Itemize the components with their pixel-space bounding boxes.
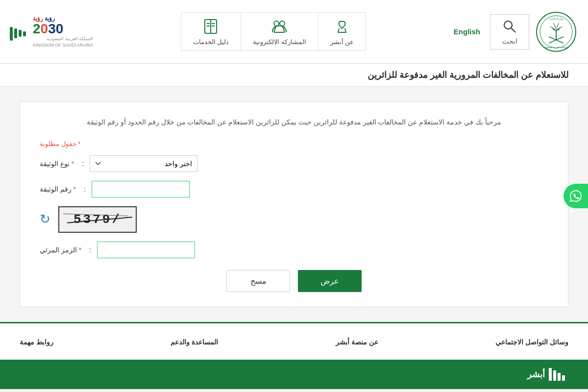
doc-type-row: اختر واحد : * نوع الوثيقة [40,155,548,172]
show-button[interactable]: عرض [298,270,362,292]
nav-absher[interactable]: عن أبشر [318,12,367,51]
book-icon [202,18,220,35]
search-label: ابحث [502,37,517,45]
svg-text:المملكة العربية السعودية: المملكة العربية السعودية [543,46,569,49]
svg-line-8 [511,28,515,32]
whatsapp-float-button[interactable] [564,184,588,208]
captcha-row: /5379 ↻ [40,206,548,233]
hand-icon [333,18,351,35]
page-title-bar: للاستعلام عن المخالفات المرورية الغير مد… [0,64,588,87]
svg-rect-19 [558,373,561,381]
header-nav: عن أبشر المشاركة الالكترونية دل [181,12,367,51]
whatsapp-icon [569,189,583,203]
clear-button[interactable]: مسح [226,270,290,292]
captcha-label: * الزمز المرئي [40,246,83,254]
svg-rect-18 [553,370,556,381]
search-icon [502,19,517,34]
footer-absher-title: عن منصة أبشر [336,338,378,346]
vision-text-block: رؤية رؤية 2030 المملكة العربية السعوديةK… [33,15,93,48]
header-right: المملكة العربية السعودية وزارة الداخلية … [454,10,578,54]
nav-absher-label: عن أبشر [330,38,354,46]
nav-participation-label: المشاركة الالكترونية [253,38,306,46]
footer-links-title: روابط مهمة [20,338,53,346]
doc-type-colon: : [82,160,84,168]
nav-services[interactable]: دليل الخدمات [181,12,242,51]
search-box[interactable]: ابحث [490,14,529,49]
main-content: مرحباً بك في خدمة الاستعلام عن المخالفات… [0,87,588,322]
bars-logo-icon [10,27,26,36]
welcome-text: مرحباً بك في خدمة الاستعلام عن المخالفات… [40,117,548,128]
doc-number-colon: : [84,185,86,193]
doc-type-select[interactable]: اختر واحد [90,155,197,172]
footer-logo: أبشر [527,367,568,382]
footer-brand-text: أبشر [527,369,545,380]
footer-support-title: المساعدة والدعم [171,338,218,346]
captcha-input[interactable] [97,242,195,258]
people-icon [270,18,288,35]
captcha-image: /5379 [58,206,137,233]
svg-point-9 [274,21,279,26]
form-buttons: عرض مسح [40,270,548,292]
english-link[interactable]: English [454,27,480,36]
required-note: * حقول مطلوبة [40,140,548,147]
nav-services-label: دليل الخدمات [193,38,229,46]
svg-point-10 [280,21,285,26]
footer-social-title: وسائل التواصل الاجتماعي [495,338,568,346]
svg-rect-20 [562,375,565,381]
doc-number-input[interactable] [92,181,190,197]
captcha-input-row: : * الزمز المرئي [40,242,548,258]
nav-participation[interactable]: المشاركة الالكترونية [241,12,318,51]
footer-col-social: وسائل التواصل الاجتماعي [495,338,568,350]
footer-col-support: المساعدة والدعم [171,338,218,350]
footer-bars-icon [549,367,568,382]
footer-bottom: أبشر [0,360,588,389]
captcha-colon: : [89,246,91,254]
vision-2030-section: رؤية رؤية 2030 المملكة العربية السعوديةK… [10,15,93,48]
doc-number-row: : * رقم الوثيقة [40,181,548,197]
site-logo: المملكة العربية السعودية وزارة الداخلية [534,10,578,54]
svg-point-7 [504,21,512,29]
refresh-captcha-icon[interactable]: ↻ [40,212,50,227]
footer-col-absher: عن منصة أبشر [336,338,378,350]
site-header: المملكة العربية السعودية وزارة الداخلية … [0,0,588,64]
svg-rect-17 [549,368,552,381]
page-title: للاستعلام عن المخالفات المرورية الغير مد… [20,70,568,80]
svg-text:وزارة الداخلية: وزارة الداخلية [549,17,564,21]
footer-col-links: روابط مهمة [20,338,53,350]
doc-number-label: * رقم الوثيقة [40,185,78,193]
form-card: مرحباً بك في خدمة الاستعلام عن المخالفات… [20,101,568,307]
doc-type-label: * نوع الوثيقة [40,160,76,168]
footer-content: وسائل التواصل الاجتماعي عن منصة أبشر الم… [0,322,588,360]
